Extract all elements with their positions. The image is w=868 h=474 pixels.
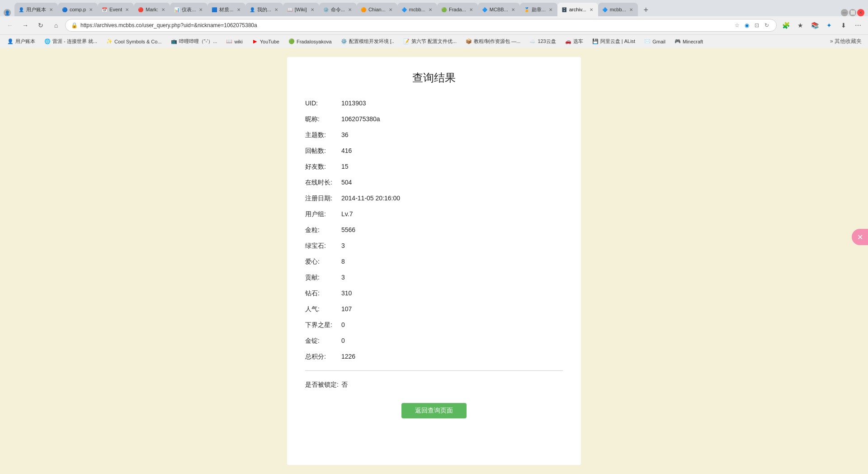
tab-11[interactable]: 🔷 mcbb... ✕ [397, 3, 437, 16]
collections-button[interactable]: 📚 [808, 19, 821, 32]
bookmark-gmail[interactable]: ✉️ Gmail [641, 37, 669, 47]
bookmark-car[interactable]: 🚗 选车 [561, 37, 587, 47]
tab-title-16: mcbb... [610, 7, 626, 12]
bookmark-label-8: 配置模组开发环境 [.. [349, 38, 394, 45]
tab-4[interactable]: 🔴 Mark: ✕ [134, 3, 170, 16]
value-friends: 15 [341, 162, 349, 171]
tab-16[interactable]: 🔷 mcbb... ✕ [598, 3, 638, 16]
tab-7[interactable]: 👤 我的... ✕ [245, 3, 283, 16]
back-button[interactable]: ← [4, 19, 16, 32]
label-total-score: 总积分: [305, 352, 341, 361]
tab-favicon-15: 🗄️ [561, 6, 567, 13]
refresh-small-icon[interactable]: ↻ [763, 21, 771, 29]
edge-icon[interactable]: ◉ [743, 21, 751, 29]
value-uid: 1013903 [341, 99, 366, 108]
close-button[interactable]: ✕ [857, 9, 864, 16]
tab-12[interactable]: 🟢 Frada... ✕ [437, 3, 478, 16]
browser-actions: 🧩 ★ 📚 ✦ ⬇ ⋯ [779, 19, 864, 32]
bookmark-用户账本[interactable]: 👤 用户账本 [4, 37, 39, 47]
tab-14[interactable]: 🏅 勋章... ✕ [520, 3, 557, 16]
tab-favicon-6: 🟦 [211, 6, 217, 13]
tab-title-7: 我的... [257, 6, 271, 13]
tab-close-13[interactable]: ✕ [510, 6, 516, 13]
bookmark-alist[interactable]: 💾 阿里云盘 | AList [589, 37, 639, 47]
return-button[interactable]: 返回查询页面 [401, 403, 467, 418]
bookmark-bilibili[interactable]: 📺 哔哩哔哩（"-'）... [167, 37, 221, 47]
value-nether-star: 0 [341, 320, 345, 330]
bookmark-youtube[interactable]: ▶ YouTube [248, 37, 283, 47]
tab-15[interactable]: 🗄️ archiv... ✕ [557, 3, 598, 16]
bookmark-123pan[interactable]: ☁️ 123云盘 [526, 37, 559, 47]
field-gold-ingot: 金锭: 0 [305, 336, 563, 346]
bookmark-label-5: wiki [234, 39, 242, 44]
tab-title-10: Chian... [368, 7, 386, 12]
bookmarks-overflow-button[interactable]: » 其他收藏夹 [827, 38, 864, 45]
downloads-button[interactable]: ⬇ [837, 19, 850, 32]
value-contribution: 3 [341, 273, 345, 282]
bookmark-wiki[interactable]: 📖 wiki [222, 37, 246, 47]
forward-button[interactable]: → [19, 19, 32, 32]
tab-close-6[interactable]: ✕ [236, 6, 242, 13]
restore-button[interactable]: ⬜ [849, 9, 856, 16]
label-gold-ingot: 金锭: [305, 336, 341, 346]
label-heart: 爱心: [305, 257, 341, 266]
bookmark-tutorial[interactable]: 📦 教程/制作资源包 —... [462, 37, 524, 47]
bookmark-favicon-4: 📺 [171, 38, 177, 45]
new-tab-button[interactable]: + [640, 4, 652, 16]
screenshot-icon[interactable]: ⊡ [753, 21, 761, 29]
tab-10[interactable]: 🟠 Chian... ✕ [357, 3, 397, 16]
tab-close-7[interactable]: ✕ [273, 6, 279, 13]
tab-2[interactable]: 🔵 comp.p ✕ [58, 3, 98, 16]
tab-close-8[interactable]: ✕ [309, 6, 316, 13]
field-emerald: 绿宝石: 3 [305, 241, 563, 251]
bookmark-favicon-2: 🌐 [44, 38, 51, 45]
tab-close-2[interactable]: ✕ [88, 6, 94, 13]
tab-close-16[interactable]: ✕ [628, 6, 634, 13]
label-locked: 是否被锁定: [305, 380, 341, 389]
tab-6[interactable]: 🟦 材质... ✕ [208, 3, 245, 16]
tab-close-1[interactable]: ✕ [48, 6, 54, 13]
settings-button[interactable]: ⋯ [852, 19, 864, 32]
bookmark-config[interactable]: 📝 第六节 配置文件优... [400, 37, 460, 47]
bookmark-minecraft[interactable]: 🎮 Minecraft [671, 37, 707, 47]
label-diamond: 钻石: [305, 289, 341, 298]
tab-9[interactable]: ⚙️ 命令... ✕ [319, 3, 357, 16]
navigation-bar: ← → ↻ ⌂ 🔒 https://archives.mcbbs.co/user… [0, 16, 868, 34]
field-contribution: 贡献: 3 [305, 273, 563, 282]
tab-close-12[interactable]: ✕ [468, 6, 474, 13]
floating-avatar[interactable]: ✕ [852, 229, 868, 245]
tab-close-10[interactable]: ✕ [387, 6, 394, 13]
home-button[interactable]: ⌂ [50, 19, 62, 32]
edge-copilot-button[interactable]: ✦ [823, 19, 835, 32]
tab-close-3[interactable]: ✕ [124, 6, 130, 13]
tab-close-11[interactable]: ✕ [427, 6, 434, 13]
label-online-time: 在线时长: [305, 178, 341, 187]
tab-5[interactable]: 📊 仪表... ✕ [170, 3, 208, 16]
tab-1[interactable]: 👤 用户账本 ✕ [14, 3, 58, 16]
tab-title-15: archiv... [569, 7, 586, 12]
reload-button[interactable]: ↻ [34, 19, 47, 32]
extensions-button[interactable]: 🧩 [779, 19, 792, 32]
minimize-button[interactable]: — [841, 9, 848, 16]
bookmark-cool-symbols[interactable]: ✨ Cool Symbols & Co... [103, 37, 165, 47]
tab-13[interactable]: 🔷 MCBB... ✕ [478, 3, 520, 16]
bookmark-mod-dev[interactable]: ⚙️ 配置模组开发环境 [.. [337, 37, 398, 47]
tab-close-5[interactable]: ✕ [198, 6, 204, 13]
label-reg-date: 注册日期: [305, 194, 341, 203]
field-replies: 回帖数: 416 [305, 146, 563, 156]
bookmark-label-13: 阿里云盘 | AList [600, 38, 635, 45]
tab-3[interactable]: 📅 Event ✕ [98, 3, 134, 16]
tab-8[interactable]: 📖 [Wiki] ✕ [283, 3, 319, 16]
favorites-button[interactable]: ★ [794, 19, 807, 32]
address-bar[interactable]: 🔒 https://archives.mcbbs.co/user_query.p… [65, 19, 777, 32]
tab-close-14[interactable]: ✕ [547, 6, 554, 13]
bookmark-雷涯[interactable]: 🌐 雷涯 - 连接世界 就... [41, 37, 101, 47]
bookmark-star-icon[interactable]: ☆ [733, 21, 741, 29]
tab-close-4[interactable]: ✕ [160, 6, 166, 13]
tab-title-4: Mark: [146, 7, 158, 12]
profile-icon[interactable]: 👤 [4, 9, 11, 16]
tab-title-11: mcbb... [409, 7, 425, 12]
bookmark-fradalosyakova[interactable]: 🟢 Fradalosyakova [285, 37, 335, 47]
tab-close-9[interactable]: ✕ [347, 6, 353, 13]
tab-close-15[interactable]: ✕ [588, 6, 594, 13]
